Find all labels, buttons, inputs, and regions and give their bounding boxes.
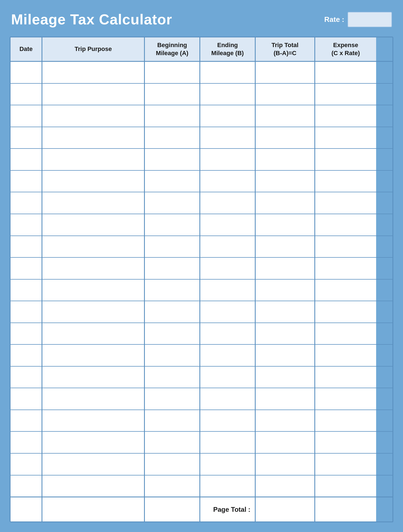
cell-end[interactable] bbox=[200, 388, 256, 410]
cell-total[interactable] bbox=[256, 323, 315, 344]
cell-date[interactable] bbox=[11, 214, 42, 236]
cell-purpose[interactable] bbox=[42, 192, 145, 214]
cell-purpose[interactable] bbox=[42, 149, 145, 170]
cell-date[interactable] bbox=[11, 149, 42, 170]
cell-begin[interactable] bbox=[145, 367, 200, 388]
cell-begin[interactable] bbox=[145, 323, 200, 344]
cell-begin[interactable] bbox=[145, 388, 200, 410]
cell-total[interactable] bbox=[256, 214, 315, 236]
cell-end[interactable] bbox=[200, 192, 256, 214]
cell-end[interactable] bbox=[200, 367, 256, 388]
cell-expense[interactable] bbox=[315, 388, 376, 410]
cell-begin[interactable] bbox=[145, 214, 200, 236]
page-total-expense-value[interactable] bbox=[315, 497, 376, 521]
cell-purpose[interactable] bbox=[42, 258, 145, 279]
cell-date[interactable] bbox=[11, 388, 42, 410]
cell-expense[interactable] bbox=[315, 323, 376, 344]
cell-total[interactable] bbox=[256, 258, 315, 279]
cell-date[interactable] bbox=[11, 127, 42, 149]
cell-total[interactable] bbox=[256, 280, 315, 301]
cell-date[interactable] bbox=[11, 432, 42, 453]
cell-purpose[interactable] bbox=[42, 105, 145, 127]
cell-purpose[interactable] bbox=[42, 280, 145, 301]
cell-end[interactable] bbox=[200, 258, 256, 279]
cell-expense[interactable] bbox=[315, 214, 376, 236]
cell-purpose[interactable] bbox=[42, 301, 145, 323]
cell-begin[interactable] bbox=[145, 410, 200, 431]
cell-begin[interactable] bbox=[145, 345, 200, 366]
cell-purpose[interactable] bbox=[42, 323, 145, 344]
cell-purpose[interactable] bbox=[42, 475, 145, 497]
cell-end[interactable] bbox=[200, 323, 256, 344]
cell-date[interactable] bbox=[11, 454, 42, 475]
cell-date[interactable] bbox=[11, 280, 42, 301]
cell-end[interactable] bbox=[200, 345, 256, 366]
cell-end[interactable] bbox=[200, 171, 256, 192]
cell-expense[interactable] bbox=[315, 62, 376, 83]
cell-date[interactable] bbox=[11, 323, 42, 344]
cell-total[interactable] bbox=[256, 410, 315, 431]
cell-total[interactable] bbox=[256, 475, 315, 497]
cell-end[interactable] bbox=[200, 214, 256, 236]
cell-purpose[interactable] bbox=[42, 127, 145, 149]
cell-total[interactable] bbox=[256, 171, 315, 192]
cell-end[interactable] bbox=[200, 84, 256, 105]
cell-begin[interactable] bbox=[145, 105, 200, 127]
cell-begin[interactable] bbox=[145, 236, 200, 257]
cell-total[interactable] bbox=[256, 432, 315, 453]
cell-end[interactable] bbox=[200, 149, 256, 170]
cell-expense[interactable] bbox=[315, 105, 376, 127]
cell-purpose[interactable] bbox=[42, 62, 145, 83]
cell-date[interactable] bbox=[11, 105, 42, 127]
cell-begin[interactable] bbox=[145, 454, 200, 475]
cell-date[interactable] bbox=[11, 301, 42, 323]
cell-purpose[interactable] bbox=[42, 432, 145, 453]
cell-end[interactable] bbox=[200, 410, 256, 431]
cell-begin[interactable] bbox=[145, 258, 200, 279]
cell-end[interactable] bbox=[200, 236, 256, 257]
cell-total[interactable] bbox=[256, 236, 315, 257]
cell-total[interactable] bbox=[256, 192, 315, 214]
cell-expense[interactable] bbox=[315, 236, 376, 257]
cell-expense[interactable] bbox=[315, 127, 376, 149]
cell-date[interactable] bbox=[11, 410, 42, 431]
cell-purpose[interactable] bbox=[42, 171, 145, 192]
cell-purpose[interactable] bbox=[42, 388, 145, 410]
cell-total[interactable] bbox=[256, 301, 315, 323]
cell-purpose[interactable] bbox=[42, 454, 145, 475]
cell-end[interactable] bbox=[200, 62, 256, 83]
cell-purpose[interactable] bbox=[42, 410, 145, 431]
cell-purpose[interactable] bbox=[42, 345, 145, 366]
cell-expense[interactable] bbox=[315, 301, 376, 323]
cell-begin[interactable] bbox=[145, 84, 200, 105]
cell-begin[interactable] bbox=[145, 171, 200, 192]
cell-begin[interactable] bbox=[145, 192, 200, 214]
cell-date[interactable] bbox=[11, 345, 42, 366]
cell-begin[interactable] bbox=[145, 127, 200, 149]
cell-total[interactable] bbox=[256, 454, 315, 475]
cell-end[interactable] bbox=[200, 475, 256, 497]
cell-date[interactable] bbox=[11, 236, 42, 257]
cell-total[interactable] bbox=[256, 127, 315, 149]
cell-total[interactable] bbox=[256, 62, 315, 83]
cell-date[interactable] bbox=[11, 171, 42, 192]
cell-total[interactable] bbox=[256, 84, 315, 105]
cell-end[interactable] bbox=[200, 127, 256, 149]
cell-date[interactable] bbox=[11, 258, 42, 279]
rate-input-box[interactable] bbox=[348, 12, 392, 27]
cell-purpose[interactable] bbox=[42, 214, 145, 236]
cell-expense[interactable] bbox=[315, 454, 376, 475]
cell-date[interactable] bbox=[11, 367, 42, 388]
cell-end[interactable] bbox=[200, 432, 256, 453]
cell-expense[interactable] bbox=[315, 475, 376, 497]
cell-expense[interactable] bbox=[315, 192, 376, 214]
cell-expense[interactable] bbox=[315, 171, 376, 192]
cell-end[interactable] bbox=[200, 105, 256, 127]
cell-total[interactable] bbox=[256, 367, 315, 388]
cell-begin[interactable] bbox=[145, 280, 200, 301]
cell-purpose[interactable] bbox=[42, 367, 145, 388]
cell-end[interactable] bbox=[200, 454, 256, 475]
page-total-trip-value[interactable] bbox=[256, 497, 315, 521]
cell-expense[interactable] bbox=[315, 149, 376, 170]
cell-begin[interactable] bbox=[145, 301, 200, 323]
